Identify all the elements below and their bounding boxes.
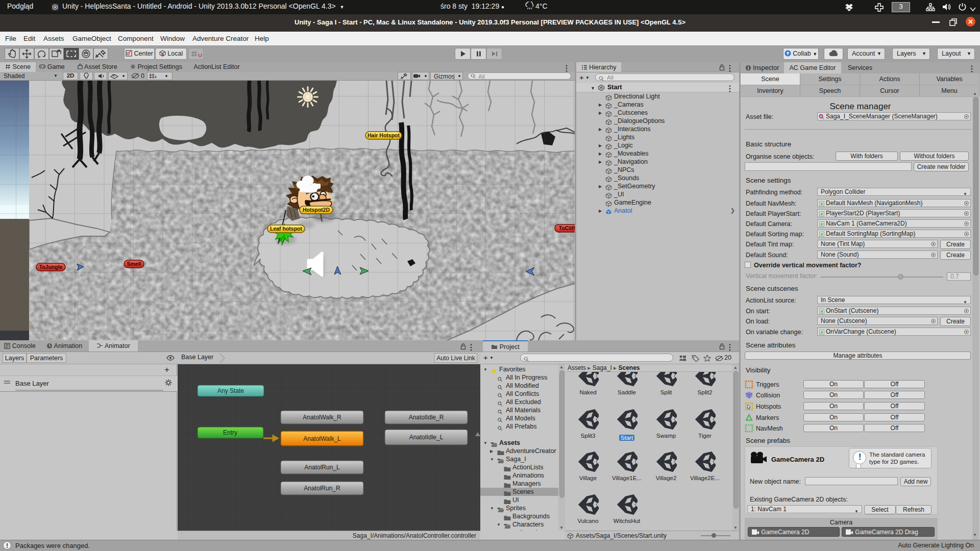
svg-text:AnatolRun_R: AnatolRun_R [304,485,340,492]
svg-text:Hotspot2D: Hotspot2D [303,207,330,213]
svg-text:Smell: Smell [127,261,141,267]
svg-text:AnatolWalk_R: AnatolWalk_R [303,414,341,421]
svg-text:AnatolIdle_L: AnatolIdle_L [409,434,444,441]
svg-text:Hair Hotspot: Hair Hotspot [368,132,400,138]
svg-text:ToCliff: ToCliff [559,225,575,231]
svg-text:AnatolWalk_L: AnatolWalk_L [303,435,341,442]
svg-text:AnatolRun_L: AnatolRun_L [304,464,340,471]
svg-text:ToJungle: ToJungle [39,264,63,270]
svg-text:Leaf hotspot: Leaf hotspot [270,226,302,232]
svg-text:AnatolIdle_R: AnatolIdle_R [409,414,444,421]
svg-text:Entry: Entry [223,429,237,436]
svg-text:Any State: Any State [217,387,244,394]
